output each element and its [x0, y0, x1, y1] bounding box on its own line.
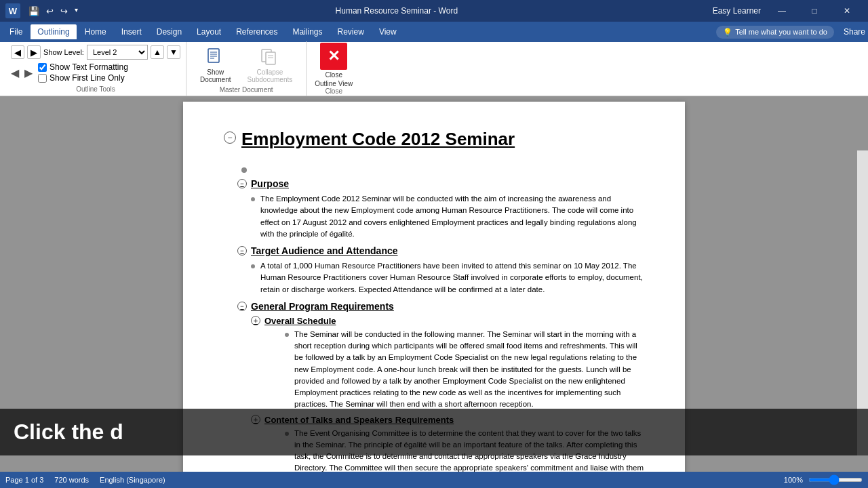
- undo-button[interactable]: ↩: [43, 5, 56, 18]
- show-first-line-only-label: Show First Line Only: [50, 73, 125, 83]
- word-count: 720 words: [54, 476, 89, 484]
- audience-section: − Target Audience and Attendance A total…: [237, 245, 644, 296]
- close-x-icon[interactable]: ✕: [320, 43, 347, 70]
- purpose-body: The Employment Code 2012 Seminar will be…: [251, 193, 644, 240]
- title-bar-right: Easy Learner — □ ✕: [713, 0, 863, 22]
- zoom-level[interactable]: 100%: [784, 476, 803, 484]
- menu-review[interactable]: Review: [331, 24, 371, 39]
- move-down-button[interactable]: ▼: [167, 45, 180, 59]
- close-button[interactable]: ✕: [831, 0, 863, 22]
- undo-redo-group: 💾 ↩ ↪ ▾: [26, 5, 81, 18]
- audience-bullet: [251, 264, 255, 268]
- show-level-select[interactable]: Level 2 Level 1 Level 3: [87, 45, 148, 60]
- svg-rect-6: [266, 52, 275, 64]
- purpose-label: Purpose: [251, 178, 289, 189]
- close-label: Close: [325, 71, 342, 79]
- close-x-symbol: ✕: [328, 47, 340, 65]
- audience-heading: − Target Audience and Attendance: [237, 245, 644, 256]
- menu-mailings[interactable]: Mailings: [286, 24, 330, 39]
- schedule-label: Overall Schedule: [264, 316, 336, 326]
- schedule-body: The Seminar will be conducted in the fol…: [285, 329, 644, 411]
- svg-rect-0: [208, 49, 219, 62]
- program-expand-icon[interactable]: −: [237, 302, 247, 311]
- collapse-subdocuments-label2: Subdocuments: [248, 76, 293, 83]
- word-app-icon: W: [5, 3, 20, 18]
- move-up-button[interactable]: ▲: [151, 45, 164, 59]
- language: English (Singapore): [100, 476, 165, 484]
- demote-outline-button[interactable]: ▶: [27, 45, 41, 59]
- title-bar-left: W 💾 ↩ ↪ ▾: [5, 3, 81, 18]
- menu-file[interactable]: File: [3, 24, 29, 39]
- page-info: Page 1 of 3: [5, 476, 43, 484]
- promote-outline-button[interactable]: ◀: [11, 45, 24, 59]
- purpose-section: − Purpose The Employment Code 2012 Semin…: [237, 178, 644, 240]
- program-heading: − General Program Requirements: [237, 301, 644, 312]
- share-button[interactable]: Share: [844, 27, 865, 37]
- show-first-line-only-checkbox[interactable]: [38, 74, 47, 83]
- save-button[interactable]: 💾: [26, 5, 42, 18]
- collapse-subdocuments-icon: [259, 47, 281, 68]
- collapse-subdocuments-label: Collapse: [256, 68, 283, 76]
- outline-view-label: Outline View: [315, 80, 353, 87]
- audience-expand-icon[interactable]: −: [237, 246, 247, 256]
- close-outline-view-button[interactable]: ✕ Close Outline View: [315, 43, 353, 87]
- window-buttons: — □ ✕: [766, 0, 863, 22]
- collapse-subdocuments-button: Collapse Subdocuments: [242, 44, 298, 86]
- document-area: − Employment Code 2012 Seminar − Purpose…: [0, 96, 868, 472]
- schedule-text: The Seminar will be conducted in the fol…: [294, 329, 644, 411]
- menu-references[interactable]: References: [229, 24, 284, 39]
- schedule-bullet: [285, 333, 289, 337]
- show-document-label2: Document: [200, 76, 231, 83]
- audience-text: A total of 1,000 Human Resource Practiti…: [260, 260, 644, 296]
- show-document-button[interactable]: Show Document: [195, 44, 237, 86]
- show-level-label: Show Level:: [43, 48, 84, 56]
- customize-qat[interactable]: ▾: [72, 5, 81, 18]
- menu-layout[interactable]: Layout: [190, 24, 228, 39]
- audience-label: Target Audience and Attendance: [251, 245, 398, 256]
- outline-tools-label: Outline Tools: [11, 85, 180, 93]
- show-document-icon: [205, 47, 226, 68]
- document-title: Employment Code 2012 Seminar: [241, 129, 515, 150]
- purpose-expand-icon[interactable]: −: [237, 179, 247, 188]
- title-bar: W 💾 ↩ ↪ ▾ Human Resource Seminar - Word …: [0, 0, 868, 22]
- schedule-expand-icon[interactable]: +: [251, 316, 260, 325]
- purpose-text: The Employment Code 2012 Seminar will be…: [260, 193, 644, 240]
- h1-expand-icon[interactable]: −: [224, 131, 236, 144]
- status-left: Page 1 of 3 720 words English (Singapore…: [5, 476, 165, 484]
- menu-insert[interactable]: Insert: [115, 24, 149, 39]
- show-text-formatting-label: Show Text Formatting: [50, 62, 128, 72]
- menu-view[interactable]: View: [372, 24, 403, 39]
- schedule-subsection: + Overall Schedule The Seminar will be c…: [251, 316, 644, 411]
- tell-me-label: Tell me what you want to do: [735, 28, 827, 36]
- status-bar: Page 1 of 3 720 words English (Singapore…: [0, 472, 868, 488]
- click-overlay-banner: Click the d: [0, 409, 868, 455]
- program-label: General Program Requirements: [251, 301, 394, 312]
- master-document-label: Master Document: [220, 86, 273, 94]
- tell-me-input[interactable]: 💡 Tell me what you want to do: [716, 26, 834, 39]
- purpose-heading: − Purpose: [237, 178, 644, 189]
- status-right: 100%: [784, 476, 863, 484]
- app-title: Human Resource Seminar - Word: [81, 6, 713, 16]
- redo-button[interactable]: ↪: [58, 5, 71, 18]
- menu-design[interactable]: Design: [150, 24, 189, 39]
- purpose-bullet: [251, 197, 255, 201]
- close-group-label: Close: [325, 87, 342, 95]
- show-text-formatting-checkbox[interactable]: [38, 63, 47, 72]
- menu-home[interactable]: Home: [78, 24, 113, 39]
- lightbulb-icon: 💡: [723, 28, 732, 37]
- ribbon: ◀ ▶ Show Level: Level 2 Level 1 Level 3 …: [0, 42, 868, 96]
- audience-body: A total of 1,000 Human Resource Practiti…: [251, 260, 644, 296]
- show-document-label: Show: [207, 68, 224, 76]
- menu-outlining[interactable]: Outlining: [31, 24, 76, 39]
- schedule-heading: + Overall Schedule: [251, 316, 644, 326]
- nav-left-icon[interactable]: ◀: [11, 66, 19, 79]
- menu-bar: File Outlining Home Insert Design Layout…: [0, 22, 868, 42]
- user-name: Easy Learner: [713, 6, 761, 16]
- minimize-button[interactable]: —: [766, 0, 797, 22]
- maximize-button[interactable]: □: [799, 0, 830, 22]
- nav-right-icon[interactable]: ▶: [24, 66, 33, 79]
- zoom-slider[interactable]: [808, 478, 863, 482]
- empty-dot: [241, 167, 247, 173]
